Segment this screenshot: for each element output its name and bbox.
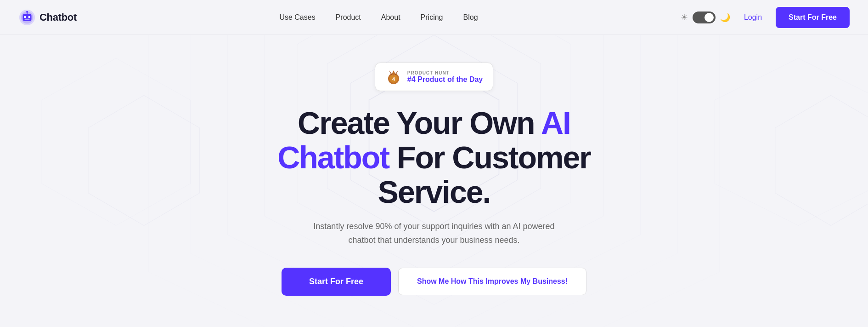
moon-icon: 🌙 [720,12,730,23]
sun-icon: ☀ [681,12,688,23]
nav-start-free-button[interactable]: Start For Free [776,7,850,28]
headline-part1: Create Your Own [298,105,541,140]
ph-label: PRODUCT HUNT [407,70,450,75]
product-hunt-badge[interactable]: 4 PRODUCT HUNT #4 Product of the Day [375,63,493,91]
ph-text: PRODUCT HUNT #4 Product of the Day [407,70,483,84]
headline-part2: For Customer Service. [378,140,591,209]
svg-marker-16 [88,95,200,225]
svg-marker-18 [775,95,868,225]
svg-point-4 [28,16,30,18]
theme-controls: ☀ 🌙 [681,11,730,23]
svg-rect-5 [24,18,29,19]
navbar-right: ☀ 🌙 Login Start For Free [681,7,850,28]
nav-pricing[interactable]: Pricing [412,10,451,25]
hero-headline: Create Your Own AI Chatbot For Customer … [273,106,595,209]
hero-subtext: Instantly resolve 90% of your support in… [305,220,563,247]
svg-point-7 [26,11,28,12]
svg-marker-17 [42,58,190,226]
logo[interactable]: Chatbot [18,9,77,26]
login-button[interactable]: Login [738,10,767,25]
medal-icon: 4 [385,69,402,85]
nav-blog[interactable]: Blog [455,10,486,25]
ph-rank: #4 Product of the Day [407,75,483,84]
navbar: Chatbot Use Cases Product About Pricing … [0,0,868,35]
hero-section: 4 PRODUCT HUNT #4 Product of the Day Cre… [0,35,868,327]
nav-use-cases[interactable]: Use Cases [271,10,323,25]
svg-marker-19 [715,58,868,226]
nav-about[interactable]: About [373,10,409,25]
logo-text: Chatbot [39,11,77,23]
hero-show-me-button[interactable]: Show Me How This Improves My Business! [398,268,586,295]
svg-text:4: 4 [392,76,395,82]
hero-content: 4 PRODUCT HUNT #4 Product of the Day Cre… [273,63,595,296]
nav-links: Use Cases Product About Pricing Blog [271,10,486,25]
hero-start-free-button[interactable]: Start For Free [282,268,391,296]
logo-icon [18,9,36,26]
svg-point-3 [24,16,26,18]
cta-buttons: Start For Free Show Me How This Improves… [282,268,586,296]
nav-product[interactable]: Product [327,10,369,25]
theme-toggle[interactable] [693,11,716,23]
